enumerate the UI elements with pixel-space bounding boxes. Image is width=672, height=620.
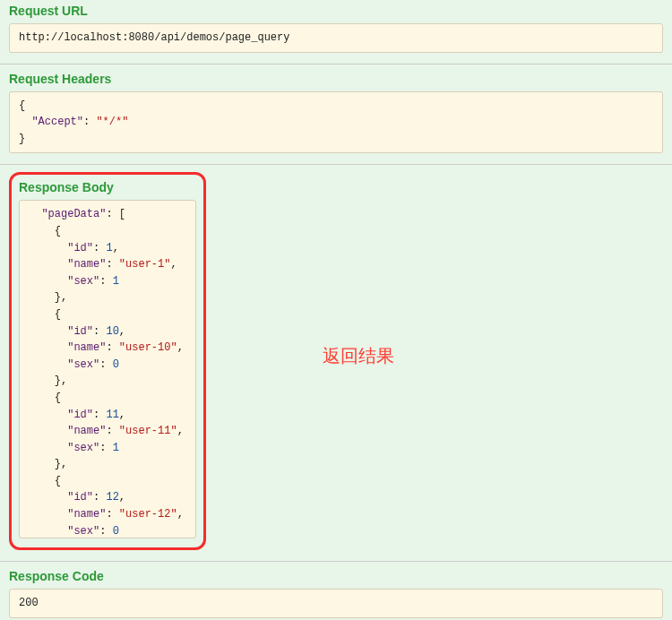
response-code-section: Response Code 200 xyxy=(0,562,672,620)
request-url-section: Request URL http://localhost:8080/api/de… xyxy=(0,0,672,65)
response-code-value: 200 xyxy=(9,589,663,618)
request-headers-section: Request Headers { "Accept": "*/*" } xyxy=(0,65,672,166)
response-body-section: Response Body "pageData": [ { "id": 1, "… xyxy=(0,165,672,562)
response-body-title: Response Body xyxy=(19,180,196,194)
request-url-title: Request URL xyxy=(9,4,663,18)
request-headers-code: { "Accept": "*/*" } xyxy=(9,91,663,154)
annotation-return-result: 返回结果 xyxy=(323,344,394,368)
response-code-title: Response Code xyxy=(9,569,663,583)
request-headers-title: Request Headers xyxy=(9,72,663,86)
request-url-value: http://localhost:8080/api/demos/page_que… xyxy=(9,23,663,53)
response-body-code: "pageData": [ { "id": 1, "name": "user-1… xyxy=(19,200,196,538)
response-body-highlight: Response Body "pageData": [ { "id": 1, "… xyxy=(9,172,206,550)
